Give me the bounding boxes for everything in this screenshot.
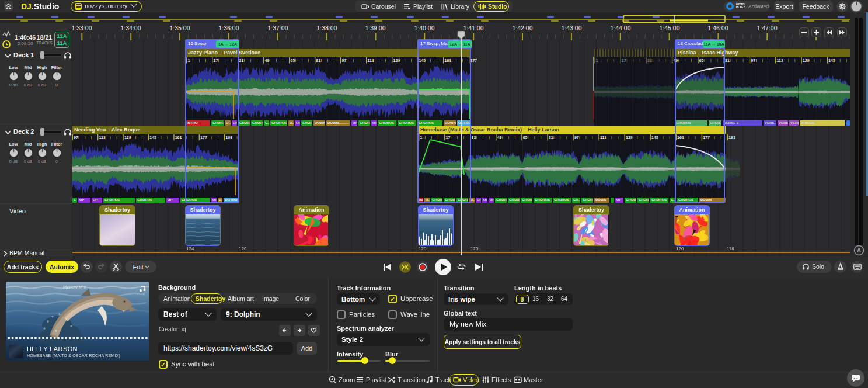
svg-text:A: A [857, 247, 861, 254]
